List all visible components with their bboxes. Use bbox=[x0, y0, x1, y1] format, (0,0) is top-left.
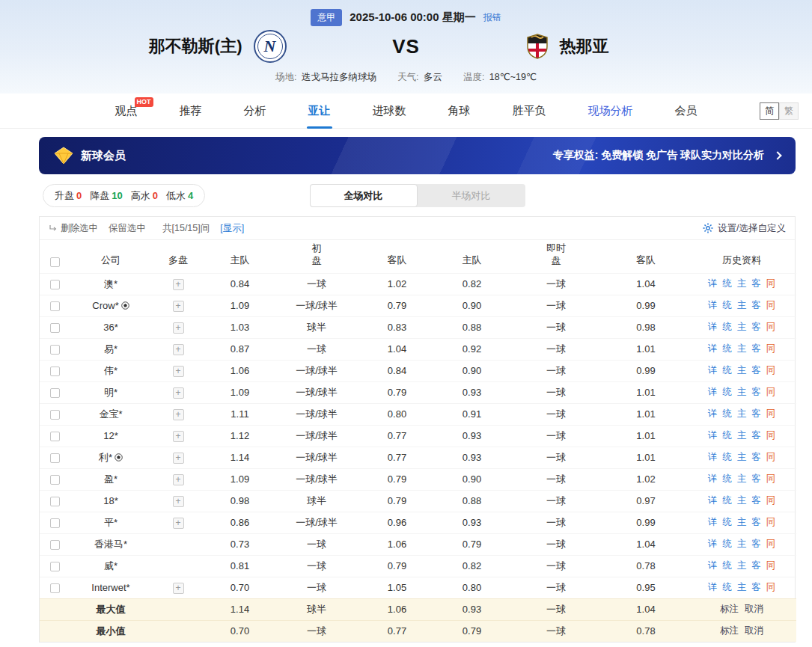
history-link-stats[interactable]: 统 bbox=[722, 365, 732, 375]
tab-analysis[interactable]: 分析 bbox=[244, 93, 266, 129]
tab-live-analysis[interactable]: 现场分析 bbox=[588, 93, 633, 129]
history-link-detail[interactable]: 详 bbox=[708, 278, 718, 289]
expand-odds-button[interactable]: + bbox=[173, 518, 184, 529]
summary-link-mark[interactable]: 标注 bbox=[720, 625, 739, 636]
select-all-checkbox[interactable] bbox=[50, 257, 60, 267]
row-checkbox[interactable] bbox=[50, 562, 60, 571]
report-error-link[interactable]: 报错 bbox=[483, 11, 501, 24]
history-link-detail[interactable]: 详 bbox=[708, 473, 718, 484]
company-link[interactable]: 金宝* bbox=[99, 408, 122, 421]
tab-win-draw-lose[interactable]: 胜平负 bbox=[513, 93, 546, 129]
tab-corner[interactable]: 角球 bbox=[448, 93, 471, 129]
row-checkbox[interactable] bbox=[50, 388, 60, 398]
history-link-detail[interactable]: 详 bbox=[708, 495, 718, 506]
history-link-home[interactable]: 主 bbox=[737, 300, 747, 310]
history-link-detail[interactable]: 详 bbox=[708, 560, 718, 571]
history-link-home[interactable]: 主 bbox=[737, 517, 747, 527]
expand-odds-button[interactable]: + bbox=[173, 453, 184, 464]
expand-odds-button[interactable]: + bbox=[173, 387, 184, 399]
history-link-same[interactable]: 同 bbox=[766, 517, 776, 527]
history-link-detail[interactable]: 详 bbox=[708, 452, 718, 462]
history-link-same[interactable]: 同 bbox=[766, 387, 776, 397]
row-checkbox[interactable] bbox=[50, 323, 60, 333]
history-link-stats[interactable]: 统 bbox=[722, 343, 732, 354]
history-link-stats[interactable]: 统 bbox=[722, 517, 732, 527]
history-link-away[interactable]: 客 bbox=[751, 322, 761, 332]
row-checkbox[interactable] bbox=[50, 475, 60, 485]
history-link-home[interactable]: 主 bbox=[737, 365, 747, 375]
history-link-stats[interactable]: 统 bbox=[722, 430, 732, 441]
tab-member[interactable]: 会员 bbox=[675, 93, 697, 129]
lang-traditional-button[interactable]: 繁 bbox=[779, 102, 799, 120]
full-match-compare-tab[interactable]: 全场对比 bbox=[310, 184, 418, 207]
history-link-same[interactable]: 同 bbox=[766, 539, 776, 549]
history-link-detail[interactable]: 详 bbox=[708, 387, 718, 397]
chevron-right-icon[interactable] bbox=[773, 151, 781, 159]
history-link-same[interactable]: 同 bbox=[766, 560, 776, 571]
company-link[interactable]: 平* bbox=[104, 516, 117, 530]
history-link-home[interactable]: 主 bbox=[737, 322, 747, 332]
expand-odds-button[interactable]: + bbox=[173, 279, 184, 290]
history-link-detail[interactable]: 详 bbox=[708, 430, 718, 441]
history-link-detail[interactable]: 详 bbox=[708, 343, 718, 354]
history-link-away[interactable]: 客 bbox=[751, 300, 761, 310]
history-link-home[interactable]: 主 bbox=[737, 408, 747, 419]
history-link-home[interactable]: 主 bbox=[737, 387, 747, 397]
company-link[interactable]: 18* bbox=[103, 495, 118, 506]
company-link[interactable]: 盈* bbox=[104, 473, 117, 486]
row-checkbox[interactable] bbox=[50, 497, 60, 506]
company-link[interactable]: 威* bbox=[104, 559, 117, 573]
history-link-home[interactable]: 主 bbox=[737, 582, 747, 592]
company-link[interactable]: 澳* bbox=[104, 277, 117, 291]
half-match-compare-tab[interactable]: 半场对比 bbox=[418, 184, 525, 207]
company-link[interactable]: 香港马* bbox=[94, 538, 127, 551]
history-link-home[interactable]: 主 bbox=[737, 452, 747, 462]
company-link[interactable]: 12* bbox=[103, 430, 118, 441]
show-link[interactable]: [显示] bbox=[220, 222, 244, 235]
history-link-away[interactable]: 客 bbox=[751, 278, 761, 289]
history-link-away[interactable]: 客 bbox=[751, 365, 761, 375]
tab-goals[interactable]: 进球数 bbox=[373, 93, 406, 129]
expand-odds-button[interactable]: + bbox=[173, 496, 184, 507]
history-link-away[interactable]: 客 bbox=[751, 430, 761, 441]
summary-link-cancel[interactable]: 取消 bbox=[745, 625, 763, 636]
history-link-detail[interactable]: 详 bbox=[708, 365, 718, 375]
history-link-away[interactable]: 客 bbox=[751, 582, 761, 592]
summary-link-cancel[interactable]: 取消 bbox=[745, 604, 763, 614]
row-checkbox[interactable] bbox=[50, 345, 60, 355]
history-link-same[interactable]: 同 bbox=[766, 300, 776, 310]
settings-button[interactable]: 设置/选择自定义 bbox=[703, 222, 786, 235]
history-link-same[interactable]: 同 bbox=[766, 473, 776, 484]
history-link-stats[interactable]: 统 bbox=[722, 539, 732, 549]
expand-odds-button[interactable]: + bbox=[173, 583, 184, 594]
company-link[interactable]: Crow* bbox=[92, 300, 129, 311]
history-link-same[interactable]: 同 bbox=[766, 452, 776, 462]
history-link-same[interactable]: 同 bbox=[766, 322, 776, 332]
history-link-same[interactable]: 同 bbox=[766, 365, 776, 375]
row-checkbox[interactable] bbox=[50, 518, 60, 528]
history-link-stats[interactable]: 统 bbox=[722, 300, 732, 310]
keep-selected-button[interactable]: 保留选中 bbox=[109, 222, 146, 235]
row-checkbox[interactable] bbox=[50, 280, 60, 289]
row-checkbox[interactable] bbox=[50, 301, 60, 311]
history-link-away[interactable]: 客 bbox=[751, 343, 761, 354]
tab-viewpoint[interactable]: 观点HOT bbox=[115, 93, 138, 129]
history-link-detail[interactable]: 详 bbox=[708, 300, 718, 310]
history-link-away[interactable]: 客 bbox=[751, 560, 761, 571]
expand-odds-button[interactable]: + bbox=[173, 431, 184, 442]
history-link-away[interactable]: 客 bbox=[751, 387, 761, 397]
expand-odds-button[interactable]: + bbox=[173, 301, 184, 312]
delete-selected-button[interactable]: 删除选中 bbox=[49, 222, 98, 235]
row-checkbox[interactable] bbox=[50, 583, 60, 593]
company-link[interactable]: 伟* bbox=[104, 364, 117, 378]
history-link-stats[interactable]: 统 bbox=[722, 278, 732, 289]
history-link-stats[interactable]: 统 bbox=[722, 387, 732, 397]
history-link-stats[interactable]: 统 bbox=[722, 408, 732, 419]
history-link-away[interactable]: 客 bbox=[751, 473, 761, 484]
expand-odds-button[interactable]: + bbox=[173, 474, 184, 485]
expand-odds-button[interactable]: + bbox=[173, 366, 184, 377]
history-link-stats[interactable]: 统 bbox=[722, 495, 732, 506]
company-link[interactable]: 利* bbox=[99, 451, 123, 464]
history-link-away[interactable]: 客 bbox=[751, 408, 761, 419]
history-link-home[interactable]: 主 bbox=[737, 430, 747, 441]
